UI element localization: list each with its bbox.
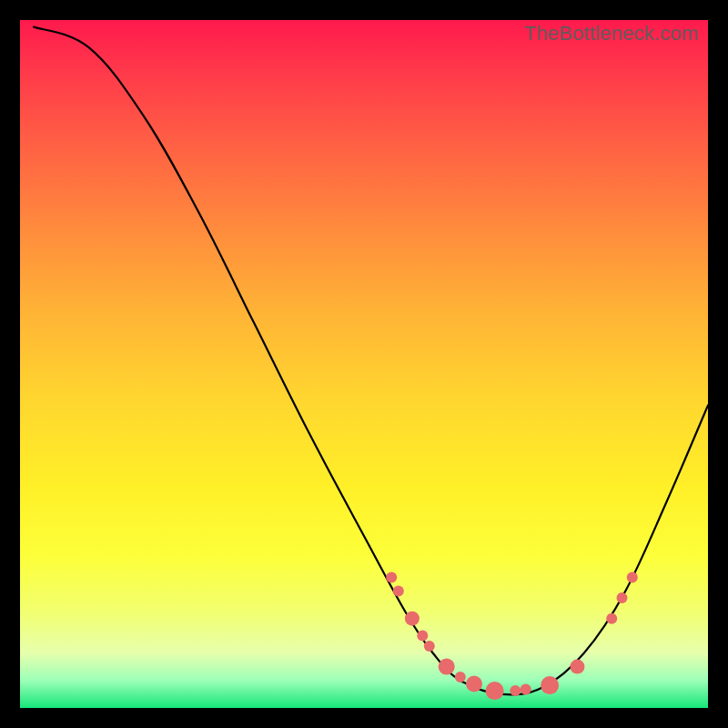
chart-area: TheBottleneck.com: [20, 20, 708, 708]
data-marker: [627, 571, 638, 582]
data-marker: [486, 682, 504, 700]
data-marker: [405, 612, 420, 626]
data-marker: [541, 676, 559, 694]
curve-path: [34, 27, 708, 695]
markers-group: [386, 571, 638, 700]
data-marker: [466, 676, 482, 693]
data-marker: [570, 660, 584, 674]
data-marker: [386, 571, 397, 582]
data-marker: [417, 631, 428, 642]
data-marker: [455, 672, 466, 682]
data-marker: [424, 641, 435, 652]
data-marker: [510, 685, 521, 696]
data-marker: [617, 592, 628, 603]
data-marker: [439, 659, 455, 675]
data-marker: [606, 613, 617, 624]
data-marker: [393, 586, 404, 597]
watermark-text: TheBottleneck.com: [524, 22, 699, 46]
data-marker: [521, 684, 531, 695]
chart-svg: [20, 20, 708, 708]
